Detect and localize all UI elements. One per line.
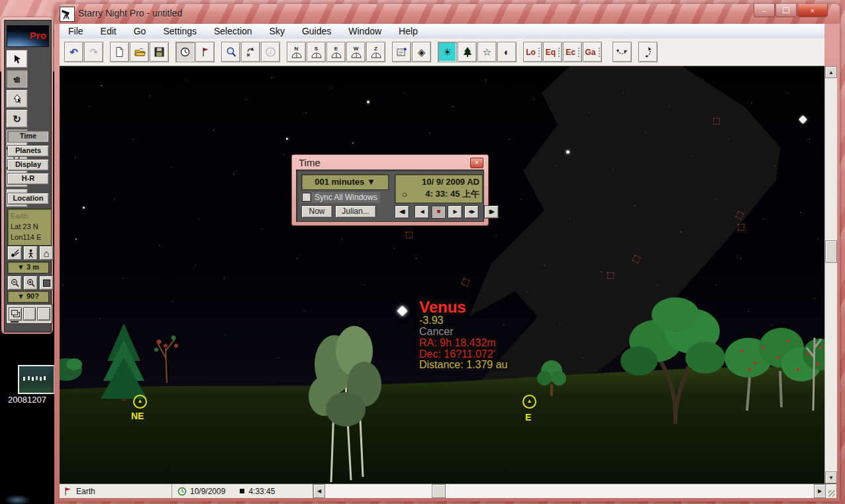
open-file-button[interactable]	[130, 42, 149, 62]
sky-view[interactable]: Venus -3.93 Cancer RA: 9h 18.432m Dec: 1…	[60, 66, 824, 483]
flag-button[interactable]	[195, 42, 215, 62]
view-blank-button-1[interactable]	[23, 307, 36, 321]
selection-helper-button[interactable]: ◈	[412, 42, 431, 62]
orbit-ascend-button[interactable]	[638, 42, 658, 62]
select-arrow-tool[interactable]	[6, 50, 28, 68]
star	[534, 99, 534, 100]
pan-hand-tool[interactable]	[6, 70, 28, 88]
menu-settings[interactable]: Settings	[154, 24, 205, 38]
menu-help[interactable]: Help	[390, 24, 426, 38]
observer-button[interactable]	[23, 246, 38, 260]
menu-guides[interactable]: Guides	[293, 24, 340, 38]
time-palette-close-button[interactable]: ×	[470, 158, 483, 168]
play-backward-button[interactable]: ◀	[415, 205, 429, 219]
galactic-grid-toggle[interactable]: Ga	[583, 42, 602, 62]
maximize-button[interactable]	[775, 4, 797, 17]
julian-button[interactable]: Julian...	[335, 205, 376, 218]
daylight-toggle[interactable]: ☀	[438, 42, 457, 62]
home-button[interactable]: ⌂	[39, 246, 54, 260]
info-button[interactable]: i	[261, 42, 280, 62]
menu-go[interactable]: Go	[125, 24, 155, 38]
panel-tab-hr[interactable]: H-R	[7, 173, 49, 185]
display-settings-button[interactable]	[392, 42, 411, 62]
panel-tab-time[interactable]: Time	[7, 130, 49, 142]
horizontal-scroll-thumb[interactable]	[432, 484, 446, 498]
location-lat: Lat 23 N	[11, 221, 51, 232]
step-back-button[interactable]: ◀▮	[395, 205, 409, 219]
fov-dropdown[interactable]: ▼ 90?	[7, 291, 49, 303]
scroll-left-button[interactable]: ◀	[313, 484, 325, 498]
close-button[interactable]: ×	[797, 4, 828, 17]
minimize-button[interactable]: –	[754, 4, 775, 17]
save-file-button[interactable]	[150, 42, 169, 62]
redo-button[interactable]: ↷	[84, 42, 103, 62]
menu-sky[interactable]: Sky	[261, 24, 293, 38]
gaze-zenith-button[interactable]: Z	[366, 42, 385, 62]
orbit-descend-button[interactable]	[613, 42, 632, 62]
desktop-photo-label[interactable]: 20081207	[0, 395, 54, 405]
local-grid-toggle[interactable]: Lo	[523, 42, 542, 62]
deep-sky-object-marker[interactable]	[632, 254, 640, 263]
elevation-tool[interactable]	[6, 89, 28, 108]
desktop-photo-icon[interactable]	[18, 365, 55, 394]
vertical-scrollbar[interactable]: ▲ ▼	[824, 66, 837, 483]
menu-selection[interactable]: Selection	[205, 24, 261, 38]
deep-sky-object-marker[interactable]	[738, 224, 744, 230]
time-step-dropdown[interactable]: 001 minutes ▼	[301, 174, 389, 190]
cascade-windows-button[interactable]	[9, 307, 22, 321]
now-button[interactable]: Now	[301, 205, 332, 218]
scroll-up-button[interactable]: ▲	[825, 66, 837, 78]
star	[570, 219, 570, 219]
deep-sky-object-marker[interactable]	[607, 272, 614, 279]
zoom-in-button[interactable]	[23, 276, 38, 290]
rotate-tool[interactable]: ↻	[6, 109, 28, 128]
bright-star	[566, 150, 570, 154]
equatorial-grid-toggle[interactable]: Eq	[543, 42, 562, 62]
ecliptic-grid-toggle[interactable]: Ec	[563, 42, 582, 62]
scroll-right-button[interactable]: ▶	[814, 484, 826, 498]
scroll-down-button[interactable]: ▼	[825, 472, 837, 483]
search-magnifier-icon	[225, 46, 237, 58]
stop-zoom-button[interactable]	[39, 276, 54, 290]
gaze-east-button[interactable]: E	[326, 42, 346, 62]
zoom-out-button[interactable]	[7, 276, 22, 290]
gaze-north-button[interactable]: N	[287, 42, 306, 62]
constellation-toggle[interactable]: ☆	[477, 42, 497, 62]
time-palette-toggle[interactable]	[175, 42, 195, 62]
menu-edit[interactable]: Edit	[92, 24, 125, 38]
vertical-scroll-thumb[interactable]	[825, 240, 837, 263]
star	[331, 87, 332, 88]
realtime-forward-button[interactable]: ●▶	[464, 205, 479, 219]
datetime-field[interactable]: 10/ 9/ 2009 AD ☼4: 33: 45 上午	[395, 174, 483, 203]
menu-window[interactable]: Window	[340, 24, 390, 38]
gaze-west-button[interactable]: W	[346, 42, 366, 62]
menu-file[interactable]: File	[60, 24, 92, 38]
sync-all-windows-control[interactable]: Sync All Windows	[301, 192, 380, 203]
stop-button[interactable]: ■	[431, 205, 446, 219]
location-button[interactable]: Location	[7, 193, 49, 205]
time-palette-window[interactable]: Time × 001 minutes ▼ 10/ 9/ 2009 AD ☼4: …	[291, 154, 489, 226]
new-file-button[interactable]	[110, 42, 129, 62]
resize-grip[interactable]	[826, 484, 836, 498]
star	[195, 265, 196, 266]
panel-tab-display[interactable]: Display	[7, 159, 49, 171]
view-blank-button-2[interactable]	[37, 307, 50, 321]
undo-button[interactable]: ↶	[64, 42, 83, 62]
bright-star	[83, 207, 85, 209]
revert-view-button[interactable]	[241, 42, 260, 62]
step-forward-button[interactable]: ▮▶	[484, 205, 499, 219]
deep-sky-object-marker[interactable]	[713, 118, 720, 125]
play-forward-button[interactable]: ▶	[448, 205, 462, 219]
horizon-toggle[interactable]	[458, 42, 477, 62]
deep-sky-object-marker[interactable]	[735, 211, 744, 219]
panel-tab-planets[interactable]: Planets	[7, 145, 49, 157]
gaze-south-button[interactable]: S	[307, 42, 326, 62]
title-bar[interactable]: Starry Night Pro - untitled – ×	[54, 4, 840, 24]
deep-sky-object-marker[interactable]	[406, 232, 413, 238]
horizontal-scrollbar[interactable]: ◀ ▶	[313, 484, 826, 498]
elevation-dropdown[interactable]: ▼ 3 m	[7, 262, 49, 274]
comet-button[interactable]	[7, 246, 22, 260]
find-button[interactable]	[221, 42, 240, 62]
planet-surface-toggle[interactable]: ◐	[497, 42, 517, 62]
sync-checkbox[interactable]	[302, 193, 311, 202]
